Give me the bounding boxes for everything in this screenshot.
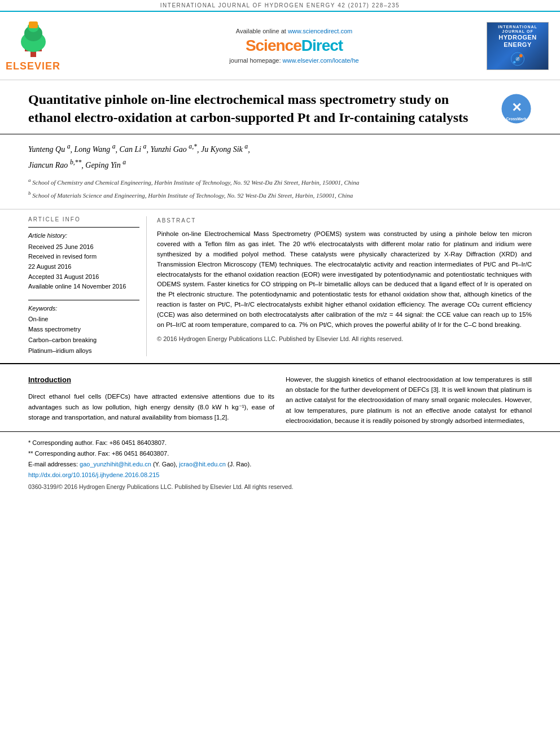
journal-header: ELSEVIER Available online at www.science… <box>0 12 560 80</box>
doi-line: http://dx.doi.org/10.1016/j.ijhydene.201… <box>28 470 532 480</box>
journal-url[interactable]: www.elsevier.com/locate/he <box>283 57 359 64</box>
author-2: Long Wang a <box>75 145 116 154</box>
received-date: Received 25 June 2016 <box>28 242 139 252</box>
abstract-header: ABSTRACT <box>157 216 532 225</box>
revised-label: Received in revised form <box>28 252 139 262</box>
sciencedirect-url[interactable]: www.sciencedirect.com <box>288 28 352 34</box>
available-date: Available online 14 November 2016 <box>28 282 139 292</box>
email-2-name: J. Rao <box>230 461 248 468</box>
abstract-col: ABSTRACT Pinhole on-line Electrochemical… <box>147 216 560 356</box>
svg-text:✕: ✕ <box>511 101 522 115</box>
revised-date: 22 August 2016 <box>28 262 139 272</box>
authors-section: Yunteng Qu a, Long Wang a, Can Li a, Yun… <box>0 134 560 209</box>
copyright: © 2016 Hydrogen Energy Publications LLC.… <box>157 334 532 344</box>
body-col-left: Introduction Direct ethanol fuel cells (… <box>28 374 274 426</box>
body-col-right: However, the sluggish kinetics of ethano… <box>286 374 532 426</box>
journal-banner: INTERNATIONAL JOURNAL OF HYDROGEN ENERGY… <box>0 0 560 12</box>
affiliations: a School of Chemistry and Chemical Engin… <box>28 177 532 199</box>
article-content-grid: ARTICLE INFO Article history: Received 2… <box>0 209 560 356</box>
journal-cover-area: INTERNATIONAL JOURNAL OF HYDROGEN ENERGY <box>475 16 560 75</box>
elsevier-logo: ELSEVIER <box>6 19 60 72</box>
intro-para-1: Direct ethanol fuel cells (DEFCs) have a… <box>28 391 274 422</box>
footnotes-section: * Corresponding author. Fax: +86 0451 86… <box>0 431 560 498</box>
available-online-text: Available online at www.sciencedirect.co… <box>236 28 352 34</box>
publisher-logo: ELSEVIER <box>0 16 113 75</box>
divider2 <box>28 300 139 300</box>
author-4: Yunzhi Gao a,* <box>150 145 197 154</box>
journal-cover: INTERNATIONAL JOURNAL OF HYDROGEN ENERGY <box>487 22 549 70</box>
paper-title-row: Quantitative pinhole on-line electrochem… <box>28 90 532 127</box>
intro-para-2: However, the sluggish kinetics of ethano… <box>286 374 532 426</box>
footnote-corresponding-1: * Corresponding author. Fax: +86 0451 86… <box>28 438 532 448</box>
svg-point-9 <box>519 54 523 57</box>
affiliation-b: b School of Materials Science and Engine… <box>28 190 532 200</box>
title-section: Quantitative pinhole on-line electrochem… <box>0 80 560 134</box>
paper-title: Quantitative pinhole on-line electrochem… <box>28 90 501 127</box>
banner-text: INTERNATIONAL JOURNAL OF HYDROGEN ENERGY… <box>160 2 400 8</box>
elsevier-tree-icon <box>11 19 56 59</box>
keywords-section: Keywords: On-line Mass spectrometry Carb… <box>28 300 139 356</box>
article-info-col: ARTICLE INFO Article history: Received 2… <box>0 216 147 356</box>
footnote-emails: E-mail addresses: gao_yunzhihit@hit.edu.… <box>28 459 532 470</box>
journal-info-center: Available online at www.sciencedirect.co… <box>113 16 475 75</box>
crossmark-icon[interactable]: ✕ CrossMark <box>501 93 532 124</box>
doi-link[interactable]: http://dx.doi.org/10.1016/j.ijhydene.201… <box>28 471 159 478</box>
footnote-corresponding-2: ** Corresponding author. Fax: +86 0451 8… <box>28 448 532 459</box>
email-2-link[interactable]: jcrao@hit.edu.cn <box>179 461 226 468</box>
body-columns: Introduction Direct ethanol fuel cells (… <box>28 374 532 426</box>
svg-point-10 <box>513 61 515 63</box>
author-5: Ju Kyong Sik a <box>201 145 248 154</box>
main-body: Introduction Direct ethanol fuel cells (… <box>0 363 560 426</box>
sciencedirect-logo: ScienceDirect <box>246 37 343 55</box>
keyword-2: Mass spectrometry <box>28 324 139 335</box>
divider <box>28 227 139 228</box>
author-6: Jiancun Rao b,** <box>28 161 81 169</box>
abstract-text: Pinhole on-line Electrochemical Mass Spe… <box>157 229 532 330</box>
author-1: Yunteng Qu a <box>28 145 71 154</box>
accepted-date: Accepted 31 August 2016 <box>28 272 139 282</box>
keyword-1: On-line <box>28 314 139 325</box>
elsevier-label: ELSEVIER <box>6 60 60 72</box>
keywords-label: Keywords: <box>28 305 139 312</box>
svg-rect-5 <box>29 21 38 28</box>
history-label: Article history: <box>28 232 139 239</box>
svg-text:CrossMark: CrossMark <box>506 117 526 121</box>
journal-homepage: journal homepage: www.elsevier.com/locat… <box>229 57 358 64</box>
issn-line: 0360-3199/© 2016 Hydrogen Energy Publica… <box>28 482 532 492</box>
keyword-4: Platinum–iridium alloys <box>28 346 139 356</box>
authors-list: Yunteng Qu a, Long Wang a, Can Li a, Yun… <box>28 141 532 173</box>
article-info-header: ARTICLE INFO <box>28 216 139 222</box>
keyword-3: Carbon–carbon breaking <box>28 335 139 346</box>
journal-cover-graphic <box>506 51 529 67</box>
email-1-link[interactable]: gao_yunzhihit@hit.edu.cn <box>80 461 151 468</box>
author-7: Geping Yin a <box>85 161 126 169</box>
intro-heading: Introduction <box>28 374 274 386</box>
email-1-name: Y. Gao <box>155 461 174 468</box>
affiliation-a: a School of Chemistry and Chemical Engin… <box>28 177 532 187</box>
author-3: Can Li a <box>120 145 147 154</box>
